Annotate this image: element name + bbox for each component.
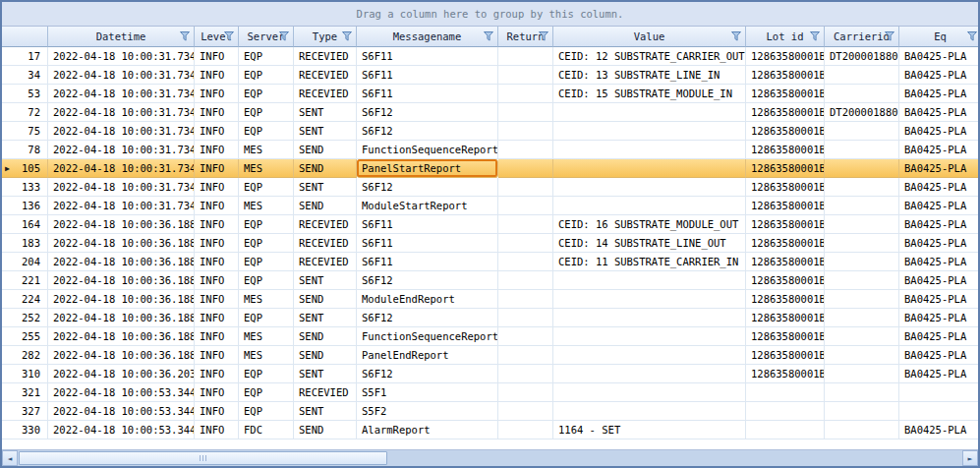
- cell-eq[interactable]: BA0425-PLA: [899, 47, 978, 66]
- column-header-messagename[interactable]: Messagename: [357, 27, 498, 47]
- cell-type[interactable]: SEND: [294, 197, 357, 215]
- cell-return[interactable]: [498, 103, 553, 122]
- cell-datetime[interactable]: 2022-04-18 10:00:31.734: [48, 141, 195, 159]
- cell-server[interactable]: MES: [239, 197, 294, 215]
- cell-messagename[interactable]: PanelStartReport: [357, 159, 498, 178]
- cell-row-number[interactable]: 75: [2, 122, 48, 141]
- cell-carrierid[interactable]: [825, 383, 899, 402]
- filter-icon[interactable]: [484, 31, 494, 41]
- cell-messagename[interactable]: S6F11: [357, 215, 498, 234]
- cell-row-number[interactable]: 327: [2, 402, 48, 421]
- table-row[interactable]: 752022-04-18 10:00:31.734INFOEQPSENTS6F1…: [2, 122, 978, 141]
- cell-datetime[interactable]: 2022-04-18 10:00:36.188: [48, 290, 195, 309]
- table-row[interactable]: 3102022-04-18 10:00:36.203INFOEQPSENTS6F…: [2, 365, 978, 383]
- cell-value[interactable]: CEID: 13 SUBSTRATE_LINE_IN: [553, 66, 746, 85]
- cell-type[interactable]: SEND: [294, 141, 357, 159]
- cell-messagename[interactable]: S6F11: [357, 47, 498, 66]
- cell-eq[interactable]: BA0425-PLA: [899, 103, 978, 122]
- cell-row-number[interactable]: 221: [2, 271, 48, 290]
- cell-level[interactable]: INFO: [195, 122, 239, 141]
- cell-eq[interactable]: BA0425-PLA: [899, 122, 978, 141]
- cell-carrierid[interactable]: [825, 290, 899, 309]
- cell-level[interactable]: INFO: [195, 141, 239, 159]
- cell-level[interactable]: INFO: [195, 290, 239, 309]
- cell-value[interactable]: [553, 290, 746, 309]
- cell-messagename[interactable]: S5F2: [357, 402, 498, 421]
- filter-icon[interactable]: [810, 31, 821, 41]
- cell-value[interactable]: CEID: 14 SUBSTRATE_LINE_OUT: [553, 234, 746, 253]
- cell-carrierid[interactable]: [825, 365, 899, 383]
- cell-lotid[interactable]: 12863580001B: [746, 309, 825, 327]
- cell-row-number[interactable]: 183: [2, 234, 48, 253]
- cell-carrierid[interactable]: [825, 66, 899, 85]
- cell-level[interactable]: INFO: [195, 365, 239, 383]
- cell-value[interactable]: [553, 178, 746, 197]
- cell-type[interactable]: SEND: [294, 290, 357, 309]
- cell-eq[interactable]: BA0425-PLA: [899, 178, 978, 197]
- table-row[interactable]: 782022-04-18 10:00:31.734INFOMESSENDFunc…: [2, 141, 978, 159]
- cell-lotid[interactable]: 12863580001B: [746, 66, 825, 85]
- cell-level[interactable]: INFO: [195, 159, 239, 178]
- cell-datetime[interactable]: 2022-04-18 10:00:31.734: [48, 47, 195, 66]
- cell-lotid[interactable]: [746, 421, 825, 439]
- cell-level[interactable]: INFO: [195, 271, 239, 290]
- cell-eq[interactable]: BA0425-PLA: [899, 85, 978, 103]
- cell-datetime[interactable]: 2022-04-18 10:00:31.734: [48, 178, 195, 197]
- cell-type[interactable]: SENT: [294, 103, 357, 122]
- cell-eq[interactable]: BA0425-PLA: [899, 421, 978, 439]
- cell-value[interactable]: [553, 309, 746, 327]
- table-row[interactable]: 1832022-04-18 10:00:36.188INFOEQPRECEVIE…: [2, 234, 978, 253]
- cell-carrierid[interactable]: [825, 141, 899, 159]
- cell-return[interactable]: [498, 47, 553, 66]
- cell-server[interactable]: EQP: [239, 402, 294, 421]
- cell-server[interactable]: EQP: [239, 365, 294, 383]
- group-by-panel[interactable]: Drag a column here to group by this colu…: [2, 2, 978, 27]
- cell-level[interactable]: INFO: [195, 253, 239, 271]
- cell-value[interactable]: 1164 - SET: [553, 421, 746, 439]
- cell-value[interactable]: CEID: 12 SUBSTRATE_CARRIER_OUT: [553, 47, 746, 66]
- table-row[interactable]: 172022-04-18 10:00:31.734INFOEQPRECEVIED…: [2, 47, 978, 66]
- cell-return[interactable]: [498, 309, 553, 327]
- cell-value[interactable]: CEID: 11 SUBSTRATE_CARRIER_IN: [553, 253, 746, 271]
- cell-value[interactable]: [553, 141, 746, 159]
- cell-lotid[interactable]: 12863580001B: [746, 365, 825, 383]
- cell-server[interactable]: MES: [239, 159, 294, 178]
- filter-icon[interactable]: [342, 31, 353, 41]
- cell-return[interactable]: [498, 234, 553, 253]
- cell-value[interactable]: [553, 103, 746, 122]
- cell-return[interactable]: [498, 141, 553, 159]
- cell-lotid[interactable]: 12863580001B: [746, 253, 825, 271]
- cell-carrierid[interactable]: [825, 178, 899, 197]
- cell-type[interactable]: RECEVIED: [294, 234, 357, 253]
- cell-messagename[interactable]: FunctionSequenceReport: [357, 327, 498, 346]
- cell-server[interactable]: EQP: [239, 309, 294, 327]
- cell-row-number[interactable]: 255: [2, 327, 48, 346]
- cell-level[interactable]: INFO: [195, 309, 239, 327]
- cell-carrierid[interactable]: [825, 122, 899, 141]
- table-row[interactable]: 1642022-04-18 10:00:36.188INFOEQPRECEVIE…: [2, 215, 978, 234]
- cell-row-number[interactable]: 224: [2, 290, 48, 309]
- cell-value[interactable]: [553, 346, 746, 365]
- cell-messagename[interactable]: S6F12: [357, 178, 498, 197]
- cell-eq[interactable]: BA0425-PLA: [899, 327, 978, 346]
- cell-datetime[interactable]: 2022-04-18 10:00:31.734: [48, 103, 195, 122]
- column-header-return[interactable]: Return: [498, 27, 553, 47]
- cell-row-number[interactable]: 136: [2, 197, 48, 215]
- cell-row-number[interactable]: 34: [2, 66, 48, 85]
- cell-row-number[interactable]: 133: [2, 178, 48, 197]
- cell-return[interactable]: [498, 383, 553, 402]
- cell-carrierid[interactable]: [825, 346, 899, 365]
- cell-server[interactable]: EQP: [239, 47, 294, 66]
- cell-carrierid[interactable]: [825, 253, 899, 271]
- cell-row-number[interactable]: 321: [2, 383, 48, 402]
- cell-row-number[interactable]: 164: [2, 215, 48, 234]
- cell-return[interactable]: [498, 402, 553, 421]
- cell-row-number[interactable]: 204: [2, 253, 48, 271]
- cell-carrierid[interactable]: [825, 271, 899, 290]
- cell-lotid[interactable]: 12863580001B: [746, 122, 825, 141]
- cell-row-number[interactable]: 282: [2, 346, 48, 365]
- cell-return[interactable]: [498, 66, 553, 85]
- cell-eq[interactable]: BA0425-PLA: [899, 346, 978, 365]
- cell-messagename[interactable]: S6F12: [357, 309, 498, 327]
- cell-server[interactable]: EQP: [239, 383, 294, 402]
